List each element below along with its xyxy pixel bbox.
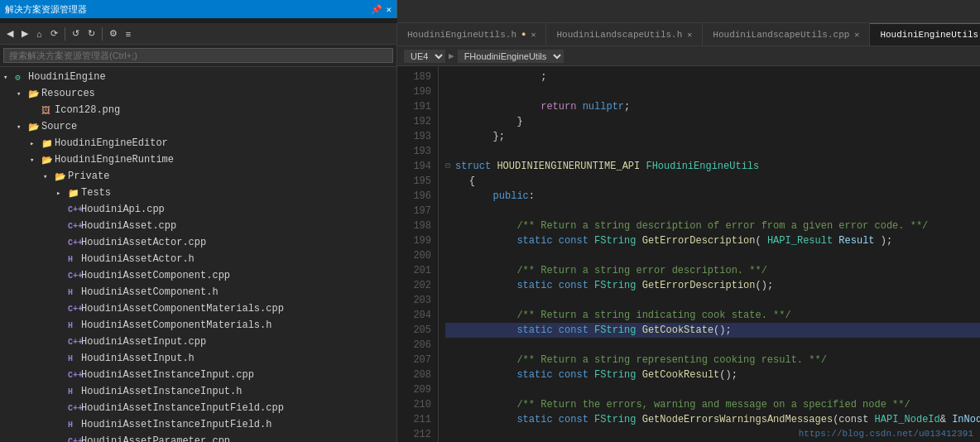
tree-item-private[interactable]: ▾📂Private xyxy=(0,168,396,185)
tree-label: HoudiniAssetActor.cpp xyxy=(81,237,206,248)
code-line: return nullptr; xyxy=(445,99,980,114)
search-bar xyxy=(0,45,396,67)
tree-item-houdini-asset-actor-h[interactable]: HHoudiniAssetActor.h xyxy=(0,251,396,267)
undo-button[interactable]: ↺ xyxy=(69,26,83,41)
code-text: static const FString GetErrorDescription… xyxy=(445,278,773,293)
tree-label: HoudiniAssetInstanceInputField.cpp xyxy=(81,402,284,414)
line-number: 209 xyxy=(404,382,431,397)
code-text: static const FString GetErrorDescription… xyxy=(445,233,892,248)
file-icon-png: 🖼 xyxy=(41,105,55,116)
back-button[interactable]: ◀ xyxy=(3,26,17,41)
tree-label: HoudiniAssetParameter.cpp xyxy=(81,435,230,442)
tree-item-houdini-asset-input-h[interactable]: HHoudiniAssetInput.h xyxy=(0,350,396,367)
code-text xyxy=(445,84,451,99)
code-text: }; xyxy=(445,129,505,144)
tree-item-tests[interactable]: ▸📁Tests xyxy=(0,185,396,201)
tree-arrow: ▾ xyxy=(17,123,28,132)
tree-item-houdini-asset-instance-input-cpp[interactable]: C++HoudiniAssetInstanceInput.cpp xyxy=(0,367,396,383)
code-text: static const FString GetCookState(); xyxy=(445,323,732,338)
tab-modified-indicator: ● xyxy=(521,31,526,39)
tree-item-houdini-asset-actor-cpp[interactable]: C++HoudiniAssetActor.cpp xyxy=(0,234,396,251)
file-icon-h: H xyxy=(68,320,81,330)
tree-label: HoudiniAsset.cpp xyxy=(81,220,176,232)
tree-label: HoudiniEngineEditor xyxy=(55,137,168,149)
tab-label: HoudiniEngineUtils.h xyxy=(407,30,516,40)
refresh-button[interactable]: ⟳ xyxy=(47,26,61,41)
tree-item-source[interactable]: ▾📂Source xyxy=(0,118,396,135)
tree-item-icon128[interactable]: 🖼Icon128.png xyxy=(0,102,396,118)
tree-item-houdini-engine[interactable]: ▾⚙HoudiniEngine xyxy=(0,69,396,85)
code-content[interactable]: ; return nullptr; } }; ⊟struct HOUDINIEN… xyxy=(439,66,980,442)
home-button[interactable]: ⌂ xyxy=(33,27,46,41)
line-number: 203 xyxy=(404,293,431,308)
tree-arrow: ▸ xyxy=(30,139,41,148)
tree-item-houdini-engine-runtime[interactable]: ▾📂HoudiniEngineRuntime xyxy=(0,151,396,168)
file-icon-h: H xyxy=(68,254,81,264)
menu-button[interactable]: ≡ xyxy=(122,27,134,41)
tab-close-button[interactable]: ✕ xyxy=(531,30,536,40)
code-line xyxy=(445,293,980,308)
tree-label: Resources xyxy=(41,88,95,99)
toolbar-sep-2 xyxy=(102,27,103,41)
tree-label: HoudiniEngineRuntime xyxy=(55,154,174,166)
tab-label: HoudiniEngineUtils.cpp xyxy=(880,30,980,40)
solution-explorer-toolbar: ◀ ▶ ⌂ ⟳ ↺ ↻ ⚙ ≡ xyxy=(0,23,396,45)
tab-tab4[interactable]: HoudiniEngineUtils.cpp✕ xyxy=(870,23,980,46)
forward-button[interactable]: ▶ xyxy=(18,26,31,41)
redo-button[interactable]: ↻ xyxy=(84,26,98,41)
file-icon-folder: 📁 xyxy=(41,138,55,149)
file-icon-h: H xyxy=(68,420,81,430)
code-line: static const FString GetErrorDescription… xyxy=(445,278,980,293)
tree-item-houdini-asset-input-cpp[interactable]: C++HoudiniAssetInput.cpp xyxy=(0,334,396,350)
tree-label: Private xyxy=(68,171,109,182)
tree-label: HoudiniApi.cpp xyxy=(81,204,165,215)
context-dropdown-1[interactable]: UE4 xyxy=(404,50,445,63)
tab-tab1[interactable]: HoudiniEngineUtils.h●✕ xyxy=(397,23,546,46)
file-icon-h: H xyxy=(68,287,81,297)
tree-item-houdini-asset-instance-input-h[interactable]: HHoudiniAssetInstanceInput.h xyxy=(0,383,396,400)
tree-item-houdini-asset-component-materials-h[interactable]: HHoudiniAssetComponentMaterials.h xyxy=(0,317,396,334)
tree-item-houdini-engine-editor[interactable]: ▸📁HoudiniEngineEditor xyxy=(0,135,396,151)
code-text xyxy=(445,144,451,159)
context-dropdown-2[interactable]: FHoudiniEngineUtils xyxy=(458,50,564,63)
tree-item-houdini-asset-instance-input-field-h[interactable]: HHoudiniAssetInstanceInputField.h xyxy=(0,416,396,433)
code-line xyxy=(445,382,980,397)
tree-item-houdini-asset-component-cpp[interactable]: C++HoudiniAssetComponent.cpp xyxy=(0,267,396,284)
tree-label: HoudiniAssetInstanceInput.h xyxy=(81,386,242,397)
code-text xyxy=(445,427,451,442)
tree-item-resources[interactable]: ▾📂Resources xyxy=(0,85,396,102)
fold-icon[interactable]: ⊟ xyxy=(445,159,454,174)
close-icon[interactable]: ✕ xyxy=(386,4,392,15)
file-icon-cpp: C++ xyxy=(68,304,81,314)
tree-item-houdini-asset-cpp[interactable]: C++HoudiniAsset.cpp xyxy=(0,218,396,234)
code-text xyxy=(445,293,451,308)
search-input[interactable] xyxy=(3,48,393,63)
tree-item-houdini-asset-component-materials-cpp[interactable]: C++HoudiniAssetComponentMaterials.cpp xyxy=(0,300,396,317)
tree-label: Tests xyxy=(81,187,111,199)
file-icon-folder: 📂 xyxy=(41,155,55,166)
tree-arrow: ▾ xyxy=(43,172,55,181)
tree-item-houdini-asset-component-h[interactable]: HHoudiniAssetComponent.h xyxy=(0,284,396,300)
pin-icon[interactable]: 📌 xyxy=(371,4,382,15)
tree-label: HoudiniAssetComponent.h xyxy=(81,286,219,298)
tab-tab3[interactable]: HoudiniLandscapeUtils.cpp✕ xyxy=(703,23,870,46)
line-number: 194 xyxy=(404,159,431,174)
tab-tab2[interactable]: HoudiniLandscapeUtils.h✕ xyxy=(546,23,703,46)
file-icon-solution: ⚙ xyxy=(15,72,28,83)
settings-button[interactable]: ⚙ xyxy=(106,26,121,41)
tree-item-houdini-asset-instance-input-field-cpp[interactable]: C++HoudiniAssetInstanceInputField.cpp xyxy=(0,400,396,416)
tree-arrow: ▸ xyxy=(56,189,68,198)
tab-close-button[interactable]: ✕ xyxy=(854,30,859,40)
code-line xyxy=(445,338,980,353)
code-line: static const FString GetCookResult(); xyxy=(445,368,980,382)
file-icon-folder: 📂 xyxy=(28,89,41,99)
code-line: ; xyxy=(445,70,980,84)
line-number: 197 xyxy=(404,204,431,219)
file-icon-cpp: C++ xyxy=(68,204,81,214)
tree-item-houdini-api-cpp[interactable]: C++HoudiniApi.cpp xyxy=(0,201,396,218)
line-number: 189 xyxy=(404,70,431,84)
tab-close-button[interactable]: ✕ xyxy=(687,30,692,40)
file-icon-cpp: C++ xyxy=(68,238,81,247)
tree-item-houdini-asset-parameter-cpp[interactable]: C++HoudiniAssetParameter.cpp xyxy=(0,433,396,442)
line-number: 190 xyxy=(404,84,431,99)
